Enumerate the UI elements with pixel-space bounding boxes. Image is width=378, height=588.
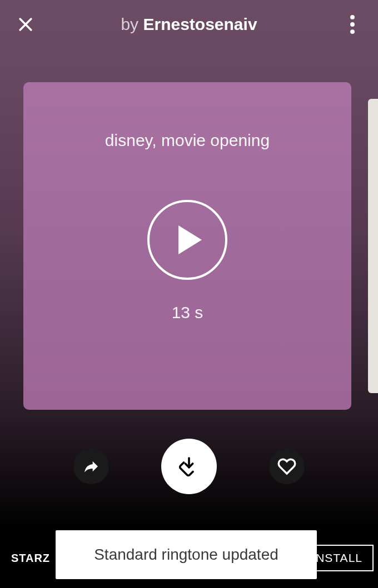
svg-point-4 — [350, 29, 355, 34]
action-row — [0, 439, 378, 494]
page-title: by Ernestosenaiv — [38, 15, 340, 34]
share-arrow-icon — [82, 458, 100, 475]
svg-point-2 — [350, 15, 355, 19]
heart-icon — [277, 457, 296, 476]
svg-point-3 — [350, 22, 355, 27]
more-vert-icon — [350, 15, 355, 34]
more-menu-button[interactable] — [340, 12, 365, 37]
close-icon — [16, 15, 35, 34]
download-set-icon — [178, 455, 200, 478]
ringtone-title: disney, movie opening — [105, 131, 270, 150]
next-card-peek[interactable] — [368, 99, 378, 393]
header: by Ernestosenaiv — [0, 0, 378, 40]
play-button[interactable] — [147, 200, 227, 280]
play-icon — [178, 225, 202, 254]
card-carousel[interactable]: disney, movie opening 13 s — [0, 82, 378, 410]
ringtone-duration: 13 s — [172, 303, 203, 322]
close-button[interactable] — [13, 12, 38, 37]
author-name[interactable]: Ernestosenaiv — [143, 15, 257, 33]
favorite-button[interactable] — [269, 449, 305, 484]
toast-message: Standard ringtone updated — [56, 530, 317, 579]
author-prefix: by — [121, 15, 143, 33]
ringtone-card: disney, movie opening 13 s — [23, 82, 351, 410]
share-button[interactable] — [73, 449, 109, 484]
ad-logo: STARZ — [0, 528, 61, 588]
set-ringtone-button[interactable] — [161, 439, 217, 494]
